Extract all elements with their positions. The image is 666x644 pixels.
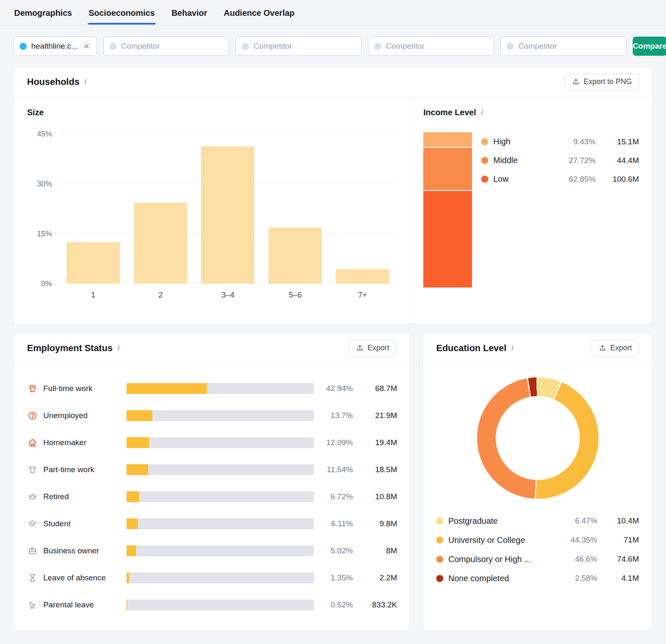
bar-2[interactable] [134, 203, 187, 284]
bar-1[interactable] [67, 242, 120, 284]
tab-behavior[interactable]: Behavior [171, 1, 208, 24]
employment-label: Homemaker [43, 438, 122, 447]
bar-3-4[interactable] [201, 146, 254, 284]
education-legend: Postgraduate6.47%10.4MUniversity or Coll… [423, 511, 652, 588]
info-icon[interactable]: i [117, 344, 119, 352]
employment-percent: 6.72% [319, 492, 353, 501]
y-tick-label: 30% [37, 179, 52, 189]
domain-chip[interactable]: healthline.c... ✕ [13, 37, 97, 56]
employment-status-header: Employment Status i Export [14, 333, 410, 363]
employment-row-homemaker: Homemaker12.09%19.4M [27, 429, 397, 456]
tab-socioeconomics[interactable]: Socioeconomics [88, 1, 156, 24]
income-segment-low[interactable] [423, 190, 472, 287]
info-icon[interactable]: i [84, 77, 87, 86]
income-legend: High9.43%15.1MMiddle27.72%44.4MLow62.85%… [481, 132, 639, 287]
employment-row-full-time-work: Full-time work42.94%68.7M [27, 375, 397, 402]
bar-slot [60, 134, 127, 284]
export-button[interactable]: Export [591, 340, 639, 357]
upload-icon [572, 78, 580, 86]
size-chart-y-axis: 0%15%30%45% [27, 134, 60, 284]
competitor-input-1[interactable] [103, 37, 229, 56]
legend-item-university-or-college: University or College44.35%71M [436, 530, 639, 550]
domain-dot-icon [20, 43, 27, 50]
employment-bar-fill [127, 518, 138, 529]
hourglass-icon [27, 573, 37, 583]
legend-percent: 62.85% [556, 175, 596, 184]
employment-bar[interactable] [127, 518, 314, 529]
employment-value: 833.2K [358, 600, 397, 609]
employment-value: 21.9M [358, 411, 397, 420]
bar-5-6[interactable] [268, 228, 322, 284]
employment-bar[interactable] [127, 599, 314, 610]
employment-percent: 13.7% [319, 411, 353, 420]
y-tick-label: 15% [37, 229, 52, 239]
households-card: Households i Export to PNG Size 0%15%30%… [13, 67, 653, 324]
tab-demographics[interactable]: Demographics [13, 1, 73, 24]
legend-value: 10.4M [602, 516, 639, 525]
legend-percent: 44.35% [559, 535, 597, 545]
legend-item-high: High9.43%15.1M [481, 132, 639, 151]
employment-bar-fill [127, 491, 139, 502]
employment-value: 2.2M [358, 573, 397, 582]
income-segment-high[interactable] [423, 132, 472, 147]
x-tick-label: 5–6 [261, 290, 329, 300]
close-icon[interactable]: ✕ [82, 42, 91, 51]
employment-bar[interactable] [127, 491, 314, 502]
legend-label: Postgraduate [448, 516, 554, 526]
competitor-input-3[interactable] [368, 37, 494, 56]
employment-bar[interactable] [127, 410, 314, 421]
employment-percent: 1.35% [319, 573, 353, 582]
upload-icon [599, 344, 606, 352]
legend-dot-icon [481, 157, 488, 164]
export-button[interactable]: Export [349, 340, 396, 357]
legend-dot-icon [436, 556, 443, 563]
competitor-input-2[interactable] [236, 37, 362, 56]
education-level-title: Education Level [436, 343, 507, 354]
employment-value: 9.8M [358, 519, 397, 528]
legend-item-middle: Middle27.72%44.4M [481, 151, 639, 170]
education-level-header: Education Level i Export [423, 333, 652, 363]
education-donut-chart [477, 377, 599, 499]
competitor-dot-icon [374, 43, 381, 50]
employment-bar[interactable] [127, 437, 314, 448]
stroller-icon [27, 600, 37, 610]
competitor-field[interactable] [386, 42, 488, 51]
competitor-field[interactable] [253, 42, 355, 51]
tab-audience-overlap[interactable]: Audience Overlap [223, 1, 295, 24]
legend-label: Middle [493, 156, 551, 165]
compare-button[interactable]: Compare [633, 37, 666, 56]
legend-dot-icon [481, 138, 488, 145]
x-tick-label: 2 [127, 290, 194, 300]
employment-bar[interactable] [127, 572, 314, 583]
income-segment-middle[interactable] [423, 147, 472, 190]
size-chart-title: Size [27, 108, 396, 117]
legend-value: 71M [602, 535, 639, 545]
households-header: Households i Export to PNG [14, 67, 652, 97]
filter-row: healthline.c... ✕ Compare Clear [13, 37, 653, 56]
legend-item-low: Low62.85%100.6M [481, 170, 639, 188]
competitor-field[interactable] [518, 42, 620, 51]
employment-bar[interactable] [127, 383, 314, 394]
legend-value: 15.1M [601, 137, 639, 146]
shirt-icon [27, 384, 37, 394]
employment-percent: 5.02% [319, 546, 353, 555]
employment-bar-fill [127, 437, 149, 448]
tshirt-icon [27, 465, 37, 475]
households-title: Households [27, 77, 80, 87]
export-to-png-button[interactable]: Export to PNG [565, 74, 639, 90]
income-level-section: Income Level i High9.43%15.1MMiddle27.72… [410, 97, 652, 324]
employment-value: 18.5M [358, 465, 397, 474]
tab-bar: DemographicsSocioeconomicsBehaviorAudien… [0, 0, 666, 25]
employment-status-card: Employment Status i Export Full-time wor… [13, 333, 410, 631]
legend-label: High [493, 137, 551, 146]
employment-bar[interactable] [127, 545, 314, 556]
competitor-field[interactable] [121, 42, 223, 51]
legend-dot-icon [436, 518, 443, 525]
info-icon[interactable]: i [481, 108, 483, 117]
bar-7[interactable] [336, 269, 389, 284]
info-icon[interactable]: i [512, 344, 514, 352]
legend-percent: 2.58% [559, 574, 597, 583]
employment-bar[interactable] [127, 464, 314, 475]
competitor-input-4[interactable] [500, 37, 626, 56]
bar-slot [194, 134, 262, 284]
